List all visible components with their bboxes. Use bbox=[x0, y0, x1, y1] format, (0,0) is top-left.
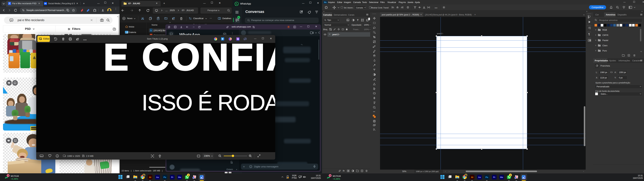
svg-text:Ai: Ai bbox=[14, 82, 16, 84]
svg-text:PSD: PSD bbox=[10, 20, 12, 21]
svg-text:Ai: Ai bbox=[15, 140, 16, 142]
